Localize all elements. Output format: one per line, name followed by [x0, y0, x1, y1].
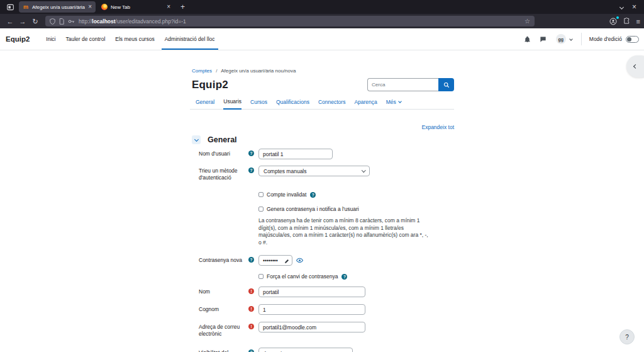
form-row-force-change: Força el canvi de contrasenya: [258, 273, 454, 280]
eye-icon[interactable]: [296, 258, 303, 263]
firstname-input[interactable]: [258, 287, 365, 297]
chevron-down-icon: [362, 168, 365, 172]
menu-icon[interactable]: ≡: [636, 18, 640, 25]
password-policy-text: La contrasenya ha de tenir com a mínim 8…: [258, 217, 430, 246]
form-row-generate-password: Genera contrasenya i notifica a l'usuari: [258, 206, 454, 212]
help-icon[interactable]: [341, 274, 347, 280]
tab-cursos[interactable]: Cursos: [250, 98, 267, 109]
chevron-left-icon: [633, 64, 638, 69]
extensions-icon[interactable]: [623, 18, 630, 25]
form-row-lastname: Cognom: [190, 304, 454, 315]
generate-password-checkbox[interactable]: [258, 207, 264, 212]
back-icon[interactable]: ←: [4, 15, 16, 28]
screen: m Afegeix un/a usuari/ària n × New Tab ×…: [0, 0, 644, 352]
new-tab-button[interactable]: +: [176, 3, 189, 11]
new-password-label: Contrasenya nova: [199, 255, 243, 264]
search-input[interactable]: [367, 78, 438, 91]
key-icon[interactable]: [68, 19, 75, 24]
auth-method-select[interactable]: Comptes manuals: [258, 166, 370, 176]
account-badge: [616, 16, 619, 19]
breadcrumb-current: Afegeix un/a usuari/ària nou/nova: [221, 68, 296, 74]
forward-icon[interactable]: →: [16, 15, 29, 28]
url-bar[interactable]: http://localhost/user/editadvanced.php?i…: [45, 16, 535, 26]
search-button[interactable]: [438, 78, 454, 91]
firefox-view-icon[interactable]: [4, 2, 16, 12]
form-row-email: Adreça de correu electrònic: [190, 322, 454, 337]
divider: [581, 33, 582, 45]
user-menu-caret-icon[interactable]: [569, 37, 573, 41]
edit-mode-toggle[interactable]: [626, 36, 639, 43]
expand-all-link[interactable]: Expandeix tot: [421, 124, 454, 130]
form-row-auth-method: Trieu un mètode d'autenticació Comptes m…: [190, 166, 454, 181]
tab-mes[interactable]: Més: [386, 98, 401, 109]
nav-item-tauler[interactable]: Tauler de control: [60, 28, 110, 50]
tab-title: Afegeix un/a usuari/ària n: [32, 4, 85, 10]
avatar[interactable]: gg: [556, 34, 566, 44]
messages-icon[interactable]: [540, 36, 547, 43]
generate-password-label: Genera contrasenya i notifica a l'usuari: [267, 206, 359, 212]
main-content: Comptes / Afegeix un/a usuari/ària nou/n…: [190, 50, 454, 352]
username-label: Nom d'usuari: [199, 149, 243, 157]
moodle-favicon: m: [23, 4, 29, 10]
username-input[interactable]: [258, 149, 333, 159]
lastname-label: Cognom: [199, 304, 243, 313]
suspended-checkbox[interactable]: [258, 192, 264, 197]
nav-item-inici[interactable]: Inici: [41, 28, 60, 50]
firefox-favicon: [101, 4, 108, 10]
tab-qualificacions[interactable]: Qualificacions: [276, 98, 309, 109]
required-icon[interactable]: [248, 324, 254, 329]
primary-nav: Inici Tauler de control Els meus cursos …: [41, 28, 219, 50]
auth-method-label: Trieu un mètode d'autenticació: [199, 166, 243, 181]
tab-connectors[interactable]: Connectors: [318, 98, 345, 109]
email-label: Adreça de correu electrònic: [199, 322, 243, 337]
help-icon[interactable]: [248, 349, 254, 352]
shield-icon[interactable]: [50, 18, 55, 25]
tab-usuaris[interactable]: Usuaris: [223, 98, 242, 110]
window-close-button[interactable]: ×: [630, 3, 641, 11]
required-icon[interactable]: [248, 306, 254, 312]
breadcrumb-link-comptes[interactable]: Comptes: [192, 68, 212, 74]
lastname-input[interactable]: [258, 304, 365, 315]
nav-item-cursos[interactable]: Els meus cursos: [110, 28, 159, 50]
help-fab-button[interactable]: ?: [619, 329, 635, 344]
notifications-bell-icon[interactable]: [524, 36, 531, 43]
force-change-checkbox[interactable]: [258, 274, 264, 279]
help-icon[interactable]: [248, 257, 254, 263]
pencil-icon[interactable]: [284, 255, 289, 266]
bookmark-star-icon[interactable]: ☆: [525, 18, 530, 25]
help-icon[interactable]: [248, 167, 254, 173]
help-icon[interactable]: [310, 192, 316, 198]
account-icon[interactable]: [609, 18, 617, 25]
force-change-label: Força el canvi de contrasenya: [267, 273, 338, 280]
tab-general[interactable]: General: [196, 98, 214, 109]
suspended-label: Compte invalidat: [267, 191, 306, 198]
tab-close-icon[interactable]: ×: [167, 4, 170, 10]
reload-icon[interactable]: ↻: [29, 15, 42, 28]
browser-tab-current[interactable]: m Afegeix un/a usuari/ària n ×: [19, 1, 96, 13]
tab-close-icon[interactable]: ×: [88, 4, 92, 10]
email-visibility-select[interactable]: Amagat: [258, 348, 353, 352]
form-row-suspended: Compte invalidat: [258, 191, 454, 198]
nav-item-administracio[interactable]: Administració del lloc: [160, 28, 220, 50]
tab-aparenca[interactable]: Aparença: [354, 98, 377, 109]
open-drawer-button[interactable]: [626, 55, 644, 77]
help-icon[interactable]: [248, 150, 254, 156]
page-info-icon[interactable]: [59, 18, 64, 25]
form-row-username: Nom d'usuari: [190, 149, 454, 159]
list-all-tabs-icon[interactable]: [614, 6, 630, 9]
site-brand[interactable]: Equip2: [0, 28, 41, 50]
form-row-firstname: Nom: [190, 287, 454, 297]
search-icon: [443, 82, 450, 88]
required-icon[interactable]: [248, 288, 254, 294]
site-navbar: Equip2 Inici Tauler de control Els meus …: [0, 28, 644, 50]
url-text: http://localhost/user/editadvanced.php?i…: [79, 18, 525, 25]
email-input[interactable]: [258, 322, 365, 332]
form-row-new-password: Contrasenya nova: [190, 255, 454, 266]
browser-tab-newtab[interactable]: New Tab ×: [97, 1, 174, 13]
section-title: General: [208, 135, 237, 144]
firstname-label: Nom: [199, 287, 243, 295]
collapse-section-button[interactable]: [192, 135, 201, 144]
chevron-down-icon: [194, 137, 198, 141]
chevron-down-icon: [398, 99, 402, 103]
edit-mode-label: Mode d'edició: [589, 36, 622, 42]
